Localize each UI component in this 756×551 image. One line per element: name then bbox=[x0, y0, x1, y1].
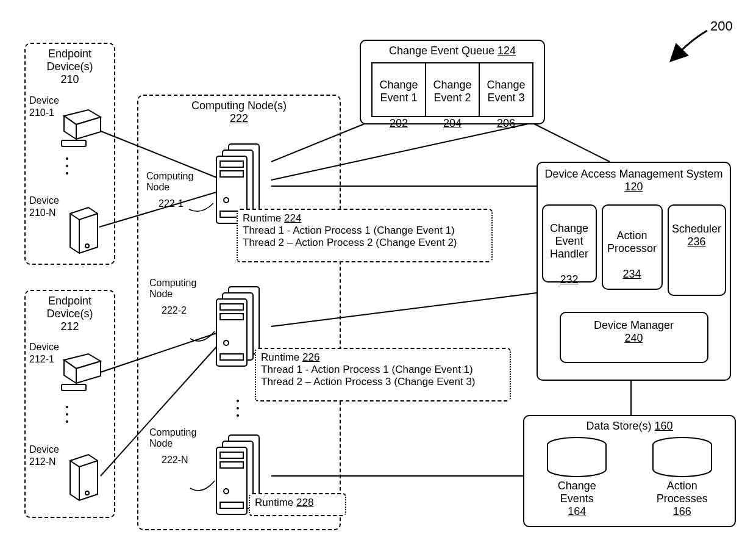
action-processor: Action Processor 234 bbox=[602, 204, 663, 290]
queue-event-3: Change Event 3 206 bbox=[480, 62, 533, 117]
runtime-226-ref: 226 bbox=[302, 351, 319, 363]
device-212-n-ref: 212-N bbox=[29, 456, 56, 467]
queue-event-2: Change Event 2 204 bbox=[426, 62, 480, 117]
svg-point-34 bbox=[224, 489, 229, 494]
device-210-1-label: Device bbox=[29, 95, 59, 106]
runtime-224-title: Runtime bbox=[243, 212, 281, 224]
phone-icon bbox=[64, 452, 107, 506]
store-ce-label: Change Events bbox=[540, 480, 613, 505]
vdots-icon bbox=[66, 157, 68, 175]
runtime-228-ref: 228 bbox=[296, 497, 313, 508]
ceh-ref: 232 bbox=[560, 273, 578, 286]
sched-label: Scheduler bbox=[672, 223, 721, 235]
phone-icon bbox=[64, 204, 107, 259]
svg-rect-13 bbox=[62, 384, 86, 391]
runtime-224: Runtime 224 Thread 1 - Action Process 1 … bbox=[237, 209, 493, 262]
queue-event-1: Change Event 1 202 bbox=[371, 62, 426, 117]
cylinder-icon bbox=[646, 436, 719, 479]
svg-rect-32 bbox=[220, 452, 243, 458]
svg-line-9 bbox=[530, 122, 610, 162]
device-210-n-label: Device bbox=[29, 195, 59, 206]
sched-ref: 236 bbox=[687, 236, 705, 248]
queue-event-3-label: Change Event 3 bbox=[487, 79, 525, 104]
data-store: Data Store(s) 160 Change Events 164 Acti… bbox=[523, 415, 736, 527]
runtime-226: Runtime 226 Thread 1 - Action Process 1 … bbox=[255, 348, 511, 402]
ap-ref: 234 bbox=[622, 268, 641, 280]
vdots-icon bbox=[66, 406, 68, 423]
dams-ref: 120 bbox=[538, 181, 730, 193]
ceh-label: Change Event Handler bbox=[550, 222, 588, 260]
node-222-2-label: Computing Node bbox=[149, 278, 196, 300]
endpoint-212-ref: 212 bbox=[26, 320, 114, 333]
svg-rect-25 bbox=[220, 304, 243, 310]
device-manager-label: Device Manager bbox=[594, 319, 674, 331]
runtime-226-thread-1: Thread 1 - Action Process 1 (Change Even… bbox=[261, 364, 473, 375]
svg-point-20 bbox=[224, 198, 229, 203]
svg-rect-33 bbox=[220, 462, 243, 468]
node-222-1-label: Computing Node bbox=[146, 171, 193, 193]
node-222-1-ref: 222-1 bbox=[159, 198, 184, 209]
store-ap-ref: 166 bbox=[646, 505, 719, 518]
svg-point-12 bbox=[85, 244, 89, 248]
store-ce-ref: 164 bbox=[540, 505, 613, 518]
data-store-title: Data Store(s) bbox=[586, 420, 651, 432]
runtime-228: Runtime 228 bbox=[249, 493, 346, 516]
endpoint-210-ref: 210 bbox=[26, 73, 114, 86]
svg-point-27 bbox=[224, 340, 229, 345]
figure-ref: 200 bbox=[710, 18, 733, 34]
dams: Device Access Management System 120 Chan… bbox=[537, 162, 731, 381]
store-ap-label: Action Processes bbox=[646, 480, 719, 505]
svg-point-14 bbox=[85, 491, 89, 495]
node-222-n-label: Computing Node bbox=[149, 427, 196, 449]
runtime-228-title: Runtime bbox=[255, 497, 293, 508]
queue-event-1-label: Change Event 1 bbox=[379, 79, 418, 104]
queue-ref: 124 bbox=[497, 45, 516, 57]
runtime-226-thread-2: Thread 2 – Action Process 3 (Change Even… bbox=[261, 376, 476, 387]
svg-rect-35 bbox=[220, 502, 243, 508]
queue-event-3-ref: 206 bbox=[497, 117, 515, 129]
svg-rect-19 bbox=[220, 171, 243, 177]
node-222-2-ref: 222-2 bbox=[162, 305, 187, 316]
dams-title: Device Access Management System bbox=[538, 168, 730, 181]
svg-rect-26 bbox=[220, 314, 243, 320]
device-manager-ref: 240 bbox=[624, 332, 643, 344]
vdots-icon bbox=[237, 400, 239, 417]
runtime-224-thread-2: Thread 2 – Action Process 2 (Change Even… bbox=[243, 237, 457, 248]
node-222-n-ref: 222-N bbox=[162, 455, 188, 466]
device-212-n-label: Device bbox=[29, 444, 59, 455]
store-change-events: Change Events 164 bbox=[540, 436, 613, 518]
runtime-224-thread-1: Thread 1 - Action Process 1 (Change Even… bbox=[243, 225, 455, 236]
device-212-1-label: Device bbox=[29, 342, 59, 353]
data-store-ref: 160 bbox=[655, 420, 673, 432]
diagram-stage: 200 Endpoint Device(s) 210 Device 210-1 … bbox=[0, 0, 756, 551]
device-210-n-ref: 210-N bbox=[29, 207, 56, 218]
svg-rect-11 bbox=[62, 140, 86, 146]
store-action-processes: Action Processes 166 bbox=[646, 436, 719, 518]
pc-icon bbox=[58, 104, 107, 153]
runtime-226-title: Runtime bbox=[261, 351, 299, 363]
computing-nodes-title: Computing Node(s) bbox=[138, 99, 340, 112]
device-212-1-ref: 212-1 bbox=[29, 354, 54, 365]
queue-event-1-ref: 202 bbox=[390, 117, 408, 129]
queue-event-2-ref: 204 bbox=[443, 117, 462, 129]
scheduler: Scheduler 236 bbox=[668, 204, 726, 296]
endpoint-210-title: Endpoint Device(s) bbox=[26, 48, 114, 73]
device-manager: Device Manager 240 bbox=[560, 312, 708, 363]
change-event-handler: Change Event Handler 232 bbox=[542, 204, 597, 283]
change-event-queue: Change Event Queue 124 Change Event 1 20… bbox=[360, 40, 545, 124]
device-210-1-ref: 210-1 bbox=[29, 107, 54, 118]
endpoint-212-title: Endpoint Device(s) bbox=[26, 295, 114, 320]
queue-event-2-label: Change Event 2 bbox=[433, 79, 471, 104]
runtime-224-ref: 224 bbox=[284, 212, 301, 224]
computing-nodes-ref: 222 bbox=[138, 112, 340, 125]
svg-rect-18 bbox=[220, 161, 243, 167]
pc-icon bbox=[58, 348, 107, 397]
ap-label: Action Processor bbox=[607, 229, 657, 254]
queue-title: Change Event Queue bbox=[389, 45, 494, 57]
cylinder-icon bbox=[540, 436, 613, 479]
svg-rect-28 bbox=[220, 354, 243, 360]
